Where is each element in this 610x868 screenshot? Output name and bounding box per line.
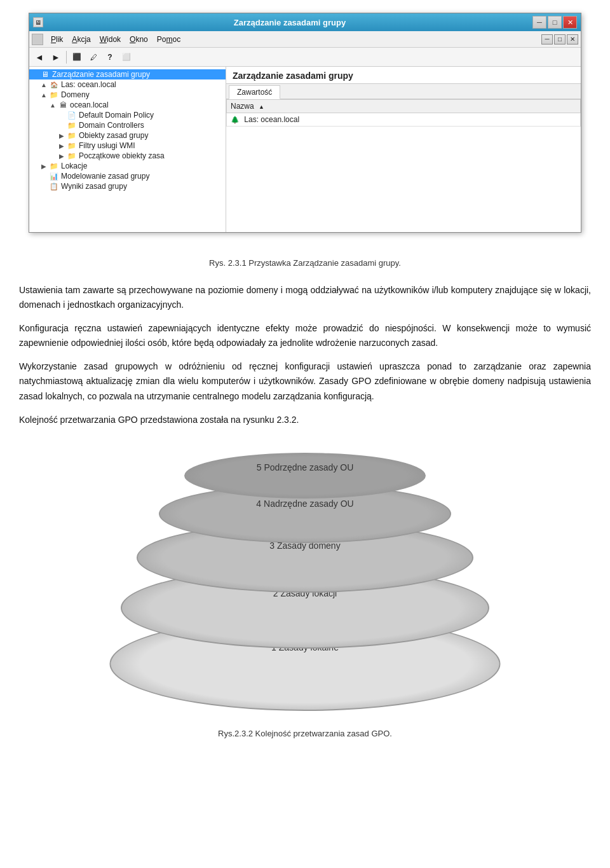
application-window: 🖥 Zarządzanie zasadami grupy ─ □ ✕ Plik … (29, 13, 581, 233)
minimize-button[interactable]: ─ (532, 16, 546, 29)
poz-icon: 📁 (66, 151, 78, 160)
row-icon: 🌲 (231, 116, 240, 123)
expand-modelowanie (39, 172, 48, 181)
menu-widok[interactable]: Widok (96, 34, 125, 45)
toolbar: ◄ ► ⬛ 🖊 ? ⬜ (29, 48, 581, 67)
las-icon: 🏠 (48, 80, 60, 89)
title-bar: 🖥 Zarządzanie zasadami grupy ─ □ ✕ (29, 13, 581, 31)
ocean-icon: 🏛 (57, 100, 69, 109)
tree-label-ddp: Default Domain Policy (79, 111, 154, 120)
tree-label-wyniki: Wyniki zasad grupy (61, 182, 127, 191)
close-button[interactable]: ✕ (563, 16, 577, 29)
domeny-icon: 📁 (48, 90, 60, 99)
tree-label-ocean: ocean.local (70, 100, 109, 109)
paragraph-4: Kolejność przetwarzania GPO przedstawion… (19, 413, 591, 427)
expand-ocean: ▲ (48, 100, 57, 109)
app-icon (32, 34, 43, 45)
tree-item-poz[interactable]: ▶ 📁 Początkowe obiekty zasa (29, 151, 226, 161)
tree-label-modelowanie: Modelowanie zasad grupy (61, 172, 149, 181)
menu-bar: Plik Akcja Widok Okno Pomoc ─ □ ✕ (29, 31, 581, 48)
expand-lokacje: ▶ (39, 162, 48, 170)
oval-level-1: 5 Podrzędne zasady OU (184, 453, 426, 499)
wmi-icon: 📁 (66, 141, 78, 150)
tree-item-domeny[interactable]: ▲ 📁 Domeny (29, 90, 226, 100)
table-row[interactable]: 🌲 Las: ocean.local (227, 113, 581, 127)
expand-wmi: ▶ (57, 141, 66, 150)
window-controls: ─ □ ✕ (532, 16, 577, 29)
expand-ozg: ▶ (57, 131, 66, 140)
tree-item-las[interactable]: ▲ 🏠 Las: ocean.local (29, 79, 226, 90)
expand-ddp (57, 111, 66, 120)
menu-okno[interactable]: Okno (126, 34, 152, 45)
expand-wyniki (39, 182, 48, 191)
expand-las: ▲ (39, 80, 48, 89)
tree-label-dc: Domain Controllers (79, 121, 144, 130)
root-icon: 🖥 (39, 70, 51, 79)
tree-item-ddp[interactable]: 📄 Default Domain Policy (29, 110, 226, 120)
ozg-icon: 📁 (66, 131, 78, 140)
tab-zawartość[interactable]: Zawartość (229, 85, 280, 99)
row-label: Las: ocean.local (244, 115, 299, 124)
diagram-container: 5 Podrzędne zasady OU4 Nadrzędne zasady … (19, 446, 591, 738)
maximize-button[interactable]: □ (548, 16, 562, 29)
tree-item-ocean[interactable]: ▲ 🏛 ocean.local (29, 100, 226, 110)
window-title: Zarządzanie zasadami grupy (47, 18, 532, 27)
menu-plik[interactable]: Plik (47, 34, 67, 45)
tree-label-ozg: Obiekty zasad grupy (79, 131, 148, 140)
expand-poz: ▶ (57, 151, 66, 160)
paragraph-3: Wykorzystanie zasad grupowych w odróżnie… (19, 359, 591, 403)
window-inner-close[interactable]: ✕ (567, 34, 578, 45)
show-hide-button[interactable]: ⬛ (69, 50, 85, 65)
expand-domeny: ▲ (39, 90, 48, 99)
menu-akcja[interactable]: Akcja (68, 34, 94, 45)
tree-item-wyniki[interactable]: 📋 Wyniki zasad grupy (29, 181, 226, 191)
tree-label-las: Las: ocean.local (61, 80, 116, 89)
tree-item-root[interactable]: 🖥 Zarządzanie zasadami grupy (29, 69, 226, 79)
expand-icon (30, 70, 39, 79)
dc-icon: 📁 (66, 121, 78, 130)
tree-item-modelowanie[interactable]: 📊 Modelowanie zasad grupy (29, 171, 226, 181)
lokacje-icon: 📁 (48, 162, 60, 170)
right-pane: Zarządzanie zasadami grupy Zawartość Naz… (226, 67, 581, 232)
tree-label-lokacje: Lokacje (61, 162, 87, 170)
tree-label-domeny: Domeny (61, 90, 90, 99)
tree-pane: 🖥 Zarządzanie zasadami grupy ▲ 🏠 Las: oc… (29, 67, 226, 232)
wyniki-icon: 📋 (48, 182, 60, 191)
tree-item-ozg[interactable]: ▶ 📁 Obiekty zasad grupy (29, 130, 226, 141)
sort-arrow: ▲ (259, 104, 264, 110)
window-icon: 🖥 (33, 17, 43, 27)
toolbar-icon-3[interactable]: ⬜ (119, 50, 134, 65)
ddp-icon: 📄 (66, 111, 78, 120)
tree-label-wmi: Filtry usługi WMI (79, 141, 135, 150)
modelowanie-icon: 📊 (48, 172, 60, 181)
diagram-caption: Rys.2.3.2 Kolejność przetwarzania zasad … (218, 729, 392, 738)
toolbar-icon-2[interactable]: 🖊 (86, 50, 101, 65)
tree-label-poz: Początkowe obiekty zasa (79, 151, 165, 160)
tab-bar: Zawartość (226, 84, 581, 99)
window-inner-minimize[interactable]: ─ (541, 34, 553, 45)
paragraph-2: Konfiguracja ręczna ustawień zapewniając… (19, 321, 591, 350)
expand-dc (57, 121, 66, 130)
page-content: Rys. 2.3.1 Przystawka Zarządzanie zasada… (19, 239, 591, 757)
back-button[interactable]: ◄ (32, 50, 47, 65)
forward-button[interactable]: ► (48, 50, 64, 65)
tree-label-root: Zarządzanie zasadami grupy (52, 70, 150, 79)
window-body: 🖥 Zarządzanie zasadami grupy ▲ 🏠 Las: oc… (29, 67, 581, 232)
tree-item-dc[interactable]: 📁 Domain Controllers (29, 120, 226, 130)
tree-item-wmi[interactable]: ▶ 📁 Filtry usługi WMI (29, 141, 226, 151)
col-nazwa[interactable]: Nazwa ▲ (227, 100, 581, 113)
right-pane-title: Zarządzanie zasadami grupy (226, 67, 581, 84)
help-button[interactable]: ? (102, 50, 118, 65)
toolbar-separator-1 (66, 51, 67, 64)
figure-1-caption: Rys. 2.3.1 Przystawka Zarządzanie zasada… (19, 258, 591, 268)
content-table: Nazwa ▲ 🌲 Las: ocean.local (226, 99, 581, 127)
table-cell-name: 🌲 Las: ocean.local (227, 113, 581, 127)
tree-item-lokacje[interactable]: ▶ 📁 Lokacje (29, 161, 226, 171)
menu-pomoc[interactable]: Pomoc (153, 34, 184, 45)
oval-stack: 5 Podrzędne zasady OU4 Nadrzędne zasady … (108, 446, 502, 720)
paragraph-1: Ustawienia tam zawarte są przechowywane … (19, 283, 591, 312)
window-inner-restore[interactable]: □ (554, 34, 566, 45)
